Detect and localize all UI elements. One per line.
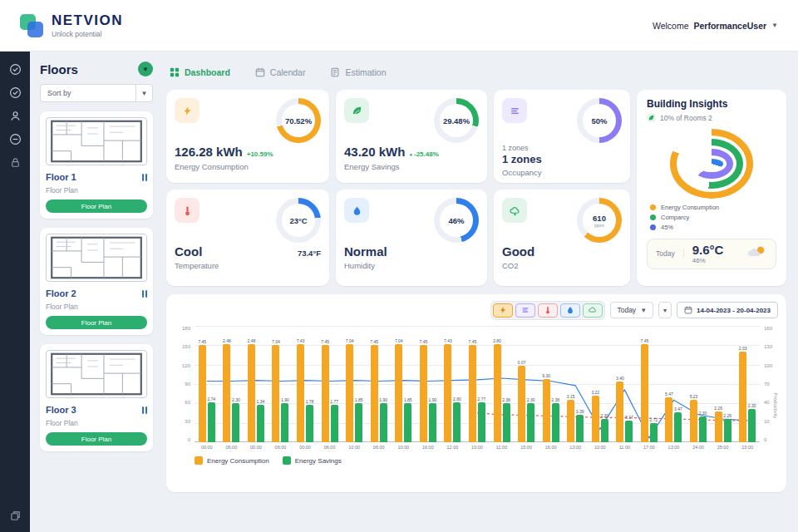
humidity-toggle[interactable] [560, 303, 580, 318]
energy-savings-bar[interactable]: 1.78 [306, 405, 313, 442]
co2-toggle[interactable] [583, 303, 603, 318]
energy-consumption-ring: 70.52% [276, 98, 321, 143]
legend-item: 45% [650, 224, 776, 231]
energy-consumption-bar[interactable]: 7.45 [420, 345, 427, 442]
tab-dashboard[interactable]: Dashboard [170, 67, 230, 77]
thermometer-icon [175, 198, 200, 223]
floors-toggle-icon[interactable]: ▼ [138, 62, 153, 76]
energy-savings-bar[interactable]: 3.17 [625, 421, 633, 442]
energy-consumption-bar[interactable]: 9.30 [543, 379, 550, 442]
energy-consumption-bar[interactable]: 7.45 [322, 345, 329, 442]
energy-consumption-bar[interactable]: 7.45 [371, 345, 378, 442]
floor-subtitle: Floor Plan [46, 419, 147, 427]
sort-by-label: Sort by [41, 89, 135, 97]
energy-savings-bar[interactable]: 2.30 [748, 409, 756, 442]
energy-savings-bar[interactable]: 3.39 [576, 415, 584, 442]
temperature-fahrenheit: 73.4°F [298, 249, 321, 258]
legend-item: Comparcy [650, 214, 776, 221]
energy-consumption-bar[interactable]: 7.04 [346, 344, 353, 442]
leaf-icon [344, 98, 369, 123]
energy-consumption-bar[interactable]: 3.40 [616, 382, 623, 442]
minus-circle-icon[interactable] [9, 133, 22, 145]
energy-consumption-bar[interactable]: 2.03 [739, 352, 746, 442]
tab-estimation[interactable]: Estimation [330, 67, 386, 77]
bar-group: 2.48 1.34 [244, 326, 268, 442]
chevron-down-icon[interactable]: ▼ [135, 85, 152, 101]
tab-calendar[interactable]: Calendar [255, 67, 306, 77]
energy-consumption-bar[interactable]: 7.45 [469, 345, 476, 442]
energy-chart-card: Today ▼ ▼ 14-04-2023 - 20-04-2023 180150… [166, 294, 786, 492]
energy-consumption-bar[interactable]: 5.47 [665, 397, 672, 442]
energy-consumption-bar[interactable]: 7.45 [199, 345, 206, 442]
energy-savings-bar[interactable]: 1.85 [404, 403, 411, 442]
occupancy-toggle[interactable] [515, 303, 535, 318]
energy-savings-bar[interactable]: 1.77 [331, 405, 338, 442]
energy-savings-bar[interactable]: 2.30 [601, 419, 608, 442]
bar-group: 7.45 1.77 [318, 326, 342, 442]
sort-by-select[interactable]: Sort by ▼ [40, 84, 153, 102]
tab-bar: Dashboard Calendar Estimation [170, 62, 786, 83]
energy-savings-bar[interactable]: 1.34 [257, 405, 264, 442]
floor-options-icon[interactable] [140, 402, 147, 417]
check-circle-icon[interactable] [9, 63, 22, 76]
energy-consumption-bar[interactable]: 0.07 [518, 366, 525, 442]
floor-plan-button[interactable]: Floor Plan [46, 316, 147, 329]
energy-consumption-bar[interactable]: 7.43 [444, 344, 451, 442]
energy-savings-bar[interactable]: 2.30 [527, 403, 534, 442]
humidity-ring: 46% [434, 198, 479, 243]
energy-consumption-bar[interactable]: 2.48 [223, 344, 230, 442]
energy-consumption-bar[interactable]: 3.22 [592, 396, 599, 442]
legend-item: Energy Consumption [195, 456, 269, 465]
temperature-card: 23°C Cool 73.4°F Temperature [166, 190, 329, 286]
floor-options-icon[interactable] [140, 286, 147, 301]
today-temperature: 9.6°C [692, 244, 724, 258]
bar-group: 5.47 3.47 [662, 326, 687, 442]
floor-plan-thumbnail[interactable] [46, 117, 147, 165]
energy-savings-bar[interactable]: 1.90 [281, 403, 288, 442]
floors-title: Floors [40, 62, 78, 76]
co2-status: Good [502, 244, 534, 259]
floor-plan-thumbnail[interactable] [46, 234, 147, 282]
energy-consumption-bar[interactable]: 7.04 [395, 344, 402, 442]
energy-savings-bar[interactable]: 2.30 [699, 416, 707, 442]
energy-savings-bar[interactable]: 1.90 [380, 403, 387, 442]
energy-savings-bar[interactable]: 2.38 [503, 403, 510, 442]
energy-savings-bar[interactable]: 3.47 [674, 412, 682, 442]
energy-savings-bar[interactable]: 2.30 [232, 403, 239, 442]
energy-consumption-bar[interactable]: 7.04 [272, 345, 279, 442]
energy-consumption-bar[interactable]: 2.48 [248, 344, 255, 442]
energy-consumption-bar[interactable]: 5.23 [690, 400, 697, 442]
energy-savings-bar[interactable]: 2.77 [478, 402, 485, 442]
energy-consumption-bar[interactable]: 2.26 [715, 411, 722, 442]
bar-group: 7.45 1.90 [367, 326, 392, 442]
energy-savings-bar[interactable]: 2.38 [552, 403, 559, 442]
energy-savings-bar[interactable]: 2.74 [208, 402, 215, 442]
energy-savings-bar[interactable]: 1.85 [355, 403, 362, 442]
user-menu[interactable]: Welcome PerformanceUser ▼ [653, 21, 778, 31]
export-icon[interactable] [9, 510, 22, 522]
energy-savings-bar[interactable]: 2.26 [724, 419, 732, 442]
energy-savings-bar[interactable]: 2.80 [453, 402, 461, 442]
temperature-toggle[interactable] [538, 303, 558, 318]
floor-plan-thumbnail[interactable] [46, 350, 147, 398]
energy-consumption-bar[interactable]: 3.15 [567, 400, 574, 442]
x-axis-label: 06:00 [268, 445, 293, 450]
period-chevron-button[interactable]: ▼ [658, 302, 672, 318]
energy-consumption-bar[interactable]: 7.43 [297, 344, 304, 442]
energy-consumption-bar[interactable]: 7.45 [641, 344, 648, 442]
check-circle-icon[interactable] [9, 86, 22, 99]
floor-plan-button[interactable]: Floor Plan [46, 200, 147, 213]
leaf-small-icon [647, 113, 656, 122]
energy-savings-bar[interactable]: 1.90 [429, 403, 436, 442]
period-select[interactable]: Today ▼ [610, 302, 653, 318]
floor-options-icon[interactable] [140, 170, 147, 185]
droplet-icon [344, 198, 369, 223]
floor-plan-button[interactable]: Floor Plan [46, 432, 147, 446]
bolt-toggle[interactable] [493, 303, 513, 318]
energy-savings-bar[interactable]: 2.72 [650, 423, 658, 442]
user-icon[interactable] [9, 110, 22, 122]
calendar-icon [255, 67, 265, 77]
date-range-picker[interactable]: 14-04-2023 - 20-04-2023 [677, 302, 778, 318]
lock-icon[interactable] [9, 156, 22, 169]
energy-consumption-bar[interactable]: 2.80 [494, 344, 501, 442]
